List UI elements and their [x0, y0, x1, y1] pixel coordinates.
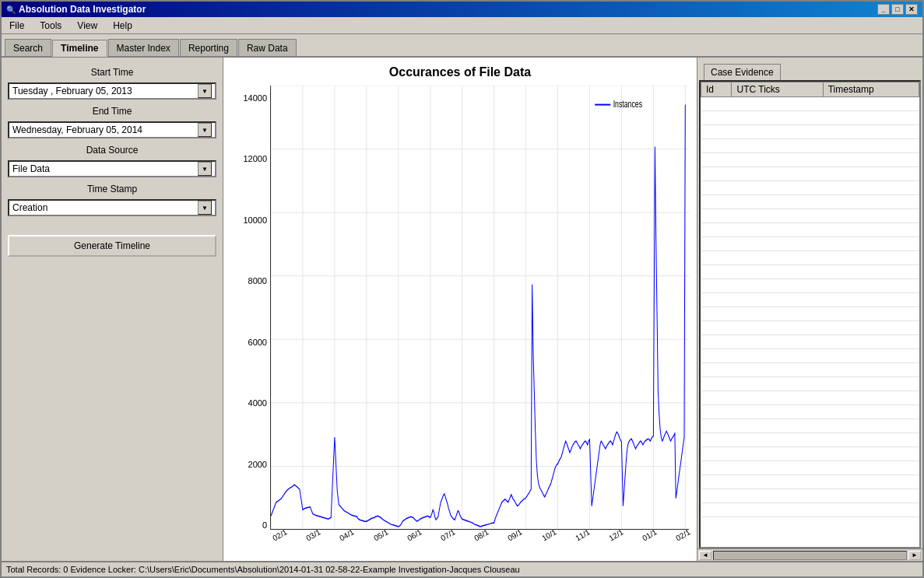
col-id: Id [701, 82, 732, 97]
table-row [701, 377, 919, 391]
table-row [701, 475, 919, 489]
chart-inner: Instances [270, 86, 689, 530]
x-label-4: 06/1 [406, 527, 430, 554]
table-row [701, 433, 919, 447]
table-row [701, 405, 919, 419]
window-title: Absolution Data Investigator [19, 4, 146, 15]
close-button[interactable]: ✕ [905, 4, 918, 15]
main-content: Start Time Tuesday , February 05, 2013 ▼… [2, 58, 922, 561]
x-label-7: 09/1 [507, 527, 531, 554]
x-label-6: 08/1 [473, 527, 497, 554]
x-axis: 02/1 03/1 04/1 05/1 06/1 07/1 08/1 09/1 … [270, 530, 689, 553]
x-label-1: 03/1 [305, 527, 329, 554]
tab-raw-data[interactable]: Raw Data [238, 39, 297, 56]
evidence-table-wrapper: Id UTC Ticks Timestamp [699, 80, 921, 548]
chart-title: Occurances of File Data [231, 65, 689, 79]
scroll-right-button[interactable]: ► [908, 551, 921, 560]
chart-container: 14000 12000 10000 8000 6000 4000 2000 0 [231, 86, 689, 553]
table-row [701, 307, 919, 321]
x-label-3: 05/1 [372, 527, 396, 554]
end-time-dropdown-button[interactable]: ▼ [198, 123, 212, 137]
start-time-label: Start Time [8, 67, 216, 78]
y-label-0: 0 [262, 520, 267, 530]
tab-reporting[interactable]: Reporting [180, 39, 237, 56]
end-time-input[interactable]: Wednesday, February 05, 2014 ▼ [8, 121, 216, 138]
x-label-5: 07/1 [439, 527, 463, 554]
y-label-8000: 8000 [248, 276, 267, 285]
end-time-label: End Time [8, 106, 216, 117]
right-panel: Case Evidence Id UTC Ticks Timestamp [697, 58, 922, 561]
case-evidence-tab[interactable]: Case Evidence [704, 64, 781, 80]
status-bar: Total Records: 0 Evidence Locker: C:\Use… [2, 561, 922, 576]
time-stamp-value: Creation [12, 202, 47, 213]
table-row [701, 97, 919, 111]
scroll-track[interactable] [713, 551, 907, 560]
left-panel: Start Time Tuesday , February 05, 2013 ▼… [2, 58, 223, 561]
data-source-label: Data Source [8, 145, 216, 156]
time-stamp-dropdown-button[interactable]: ▼ [198, 201, 212, 215]
generate-timeline-button[interactable]: Generate Timeline [8, 235, 216, 257]
y-axis: 14000 12000 10000 8000 6000 4000 2000 0 [231, 86, 270, 553]
y-label-4000: 4000 [248, 398, 267, 408]
table-row [701, 391, 919, 405]
table-row [701, 489, 919, 503]
scroll-left-button[interactable]: ◄ [699, 551, 711, 560]
col-utc-ticks: UTC Ticks [732, 82, 823, 97]
table-row [701, 279, 919, 293]
table-row [701, 167, 919, 181]
table-row [701, 461, 919, 475]
tab-search[interactable]: Search [5, 39, 51, 56]
menu-tools[interactable]: Tools [35, 19, 66, 33]
table-row [701, 125, 919, 139]
x-label-0: 02/1 [271, 527, 295, 554]
table-row [701, 111, 919, 125]
status-text: Total Records: 0 Evidence Locker: C:\Use… [6, 565, 520, 574]
horizontal-scrollbar: ◄ ► [697, 548, 922, 561]
table-row [701, 503, 919, 517]
table-row [701, 181, 919, 195]
table-row [701, 335, 919, 349]
menu-file[interactable]: File [5, 19, 29, 33]
table-row [701, 195, 919, 209]
x-label-2: 04/1 [339, 527, 363, 554]
y-label-14000: 14000 [243, 93, 267, 103]
table-row [701, 321, 919, 335]
time-stamp-dropdown[interactable]: Creation ▼ [8, 199, 216, 216]
x-label-11: 01/1 [641, 527, 666, 554]
x-label-8: 10/1 [540, 527, 564, 554]
table-row [701, 363, 919, 377]
col-timestamp: Timestamp [823, 82, 919, 97]
table-row [701, 419, 919, 433]
start-time-input[interactable]: Tuesday , February 05, 2013 ▼ [8, 82, 216, 100]
menu-view[interactable]: View [72, 19, 102, 33]
y-label-2000: 2000 [248, 460, 267, 469]
table-row [701, 349, 919, 363]
tab-timeline[interactable]: Timeline [52, 40, 107, 57]
end-time-value: Wednesday, February 05, 2014 [12, 124, 198, 135]
tab-bar: Search Timeline Master Index Reporting R… [2, 34, 922, 58]
table-row [701, 223, 919, 237]
evidence-table: Id UTC Ticks Timestamp [701, 82, 919, 517]
data-source-dropdown-button[interactable]: ▼ [198, 162, 212, 176]
start-time-dropdown-button[interactable]: ▼ [198, 84, 212, 98]
table-row [701, 153, 919, 167]
restore-button[interactable]: □ [891, 4, 904, 15]
app-icon: 🔍 [6, 5, 16, 14]
menu-help[interactable]: Help [108, 19, 137, 33]
time-stamp-label: Time Stamp [8, 184, 216, 194]
x-label-9: 11/1 [574, 527, 598, 554]
table-row [701, 139, 919, 153]
x-label-10: 12/1 [607, 527, 631, 554]
data-source-value: File Data [12, 163, 50, 174]
chart-area: Occurances of File Data 14000 12000 1000… [223, 58, 697, 561]
minimize-button[interactable]: _ [877, 4, 890, 15]
table-row [701, 447, 919, 461]
table-row [701, 293, 919, 307]
data-source-dropdown[interactable]: File Data ▼ [8, 160, 216, 177]
main-window: 🔍 Absolution Data Investigator _ □ ✕ Fil… [0, 0, 924, 578]
chart-plot-area: Instances 02/1 03/1 04/1 05/1 06/1 07/1 … [270, 86, 689, 553]
table-row [701, 265, 919, 279]
table-row [701, 237, 919, 251]
y-label-6000: 6000 [248, 338, 267, 347]
tab-master-index[interactable]: Master Index [108, 39, 179, 56]
